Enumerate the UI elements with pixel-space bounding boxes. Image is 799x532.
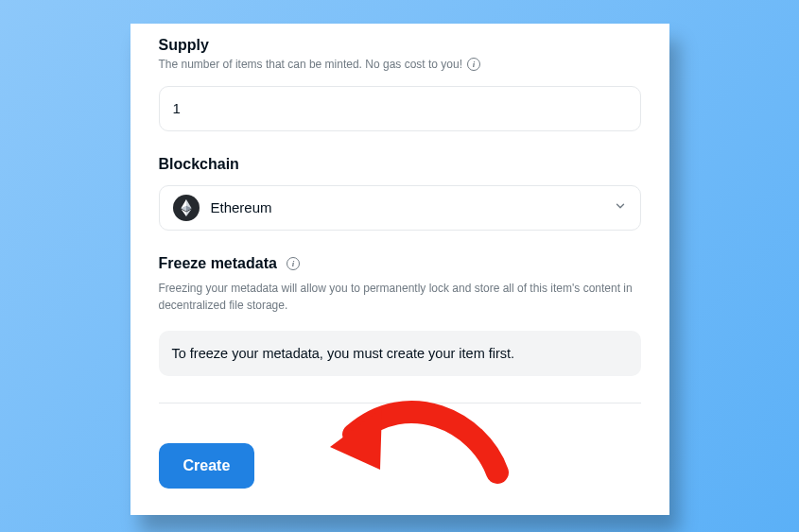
info-icon[interactable]: i: [467, 58, 480, 71]
freeze-section: Freeze metadata i Freezing your metadata…: [159, 255, 641, 376]
chevron-down-icon: [614, 199, 627, 216]
blockchain-selected-text: Ethereum: [211, 199, 272, 215]
supply-input[interactable]: [159, 86, 641, 131]
form-card: Supply The number of items that can be m…: [130, 24, 669, 515]
ethereum-icon: [173, 195, 200, 221]
supply-label: Supply: [159, 37, 641, 54]
supply-help-row: The number of items that can be minted. …: [159, 57, 641, 73]
divider: [159, 403, 641, 403]
blockchain-label: Blockchain: [159, 156, 641, 173]
blockchain-select[interactable]: Ethereum: [159, 185, 641, 231]
freeze-help-text: Freezing your metadata will allow you to…: [159, 280, 641, 314]
supply-section: Supply The number of items that can be m…: [159, 37, 641, 131]
freeze-label: Freeze metadata: [159, 255, 277, 272]
blockchain-section: Blockchain Ethereum: [159, 156, 641, 231]
blockchain-select-left: Ethereum: [173, 195, 272, 221]
supply-help-text: The number of items that can be minted. …: [159, 57, 463, 73]
info-icon[interactable]: i: [287, 257, 300, 270]
freeze-label-row: Freeze metadata i: [159, 255, 641, 272]
create-button[interactable]: Create: [159, 443, 255, 489]
freeze-notice: To freeze your metadata, you must create…: [159, 331, 641, 376]
annotation-arrow-icon: [327, 383, 516, 500]
